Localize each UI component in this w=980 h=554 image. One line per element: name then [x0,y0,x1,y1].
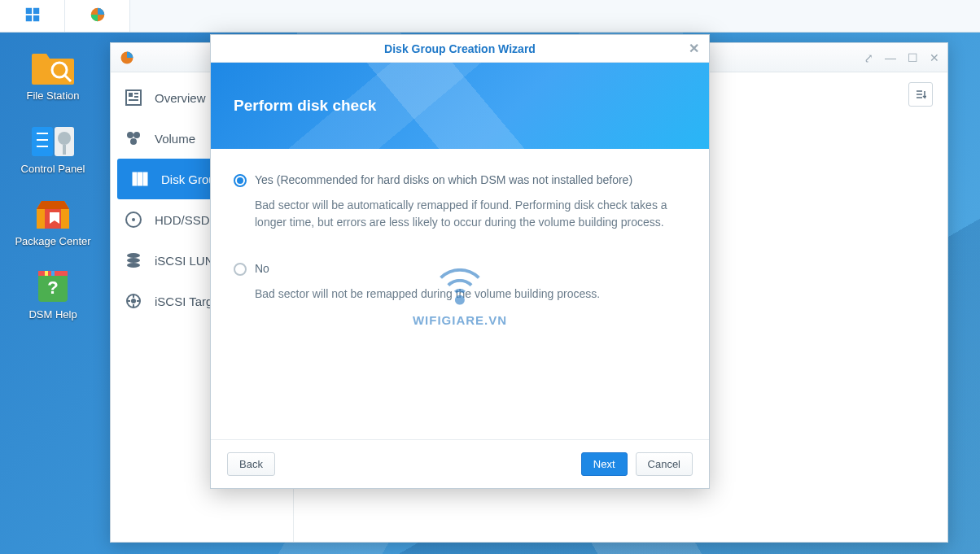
svg-rect-0 [25,7,31,13]
svg-rect-21 [126,90,141,105]
sidebar-item-label: Overview [155,91,206,105]
svg-rect-24 [134,96,138,98]
taskbar-apps-button[interactable] [0,0,65,32]
desktop-dsm-help[interactable]: ? DSM Help [0,268,106,321]
dialog-title: Disk Group Creation Wizard [384,42,536,55]
disk-group-wizard-dialog: Disk Group Creation Wizard ✕ Perform dis… [210,34,710,489]
iscsi-lun-icon [125,252,143,268]
svg-point-35 [127,258,140,263]
svg-rect-7 [32,127,53,156]
svg-rect-18 [51,271,55,276]
svg-point-36 [127,263,140,268]
svg-rect-1 [33,7,38,13]
svg-rect-30 [138,172,142,185]
desktop-label: Package Center [15,235,90,248]
close-icon[interactable]: ✕ [930,51,939,64]
sort-icon [915,89,926,100]
dialog-heading: Perform disk check [234,97,376,115]
dialog-banner: Perform disk check [211,63,709,149]
taskbar [0,0,980,33]
sort-button[interactable] [908,82,933,107]
pin-icon[interactable]: ⤤ [864,51,873,64]
svg-point-38 [131,299,136,303]
option-desc: Bad sector will not be remapped during t… [255,286,686,303]
svg-point-27 [133,132,140,138]
control-panel-icon [28,122,77,161]
minimize-icon[interactable]: — [885,51,896,64]
sidebar-item-label: HDD/SSD [155,213,210,227]
back-button[interactable]: Back [227,452,275,476]
hdd-icon [125,212,143,228]
svg-text:?: ? [47,277,58,298]
svg-point-26 [127,132,133,138]
dialog-body: WIFIGIARE.VN Yes (Recommended for hard d… [211,149,709,439]
svg-rect-13 [63,145,66,155]
svg-rect-31 [143,172,147,185]
dialog-footer: Back Next Cancel [211,439,709,488]
desktop-label: Control Panel [21,163,85,176]
sidebar-item-label: iSCSI LUN [155,254,214,268]
desktop-file-station[interactable]: File Station [0,49,106,103]
svg-point-12 [58,132,71,145]
svg-rect-23 [134,93,138,94]
radio-unselected-icon[interactable] [234,263,247,276]
cancel-button[interactable]: Cancel [636,452,693,476]
svg-rect-17 [45,271,48,276]
svg-point-33 [132,218,135,221]
svg-point-28 [130,138,137,145]
option-label: Yes (Recommended for hard disks on which… [255,172,632,189]
svg-rect-3 [33,15,38,20]
option-desc: Bad sector will be automatically remappe… [255,197,686,231]
folder-icon [28,49,77,88]
overview-icon [125,89,143,106]
iscsi-target-icon [125,293,143,309]
option-label: No [255,260,269,277]
svg-rect-25 [129,99,138,101]
svg-rect-22 [129,93,133,97]
help-icon: ? [28,268,77,307]
next-button[interactable]: Next [581,452,628,476]
disk-group-icon [132,171,150,187]
storage-icon [89,6,107,27]
desktop-package-center[interactable]: Package Center [0,194,106,248]
option-no[interactable]: No Bad sector will not be remapped durin… [234,260,686,303]
svg-rect-2 [25,15,31,20]
dialog-titlebar: Disk Group Creation Wizard ✕ [211,35,709,63]
desktop-label: DSM Help [28,308,77,321]
svg-rect-29 [133,172,137,185]
radio-selected-icon[interactable] [234,174,247,187]
package-center-icon [28,194,77,233]
sidebar-item-label: Volume [155,132,195,146]
volume-icon [125,130,143,146]
desktop-icons: File Station Control Panel Package Cente… [0,42,106,340]
maximize-icon[interactable]: ☐ [908,51,918,64]
taskbar-storage-button[interactable] [65,0,130,32]
option-yes[interactable]: Yes (Recommended for hard disks on which… [234,172,686,231]
desktop-label: File Station [26,89,79,103]
svg-point-34 [127,253,140,258]
grid-icon [24,6,42,27]
close-icon[interactable]: ✕ [689,41,699,56]
storage-manager-icon [119,50,135,66]
desktop-control-panel[interactable]: Control Panel [0,122,106,176]
